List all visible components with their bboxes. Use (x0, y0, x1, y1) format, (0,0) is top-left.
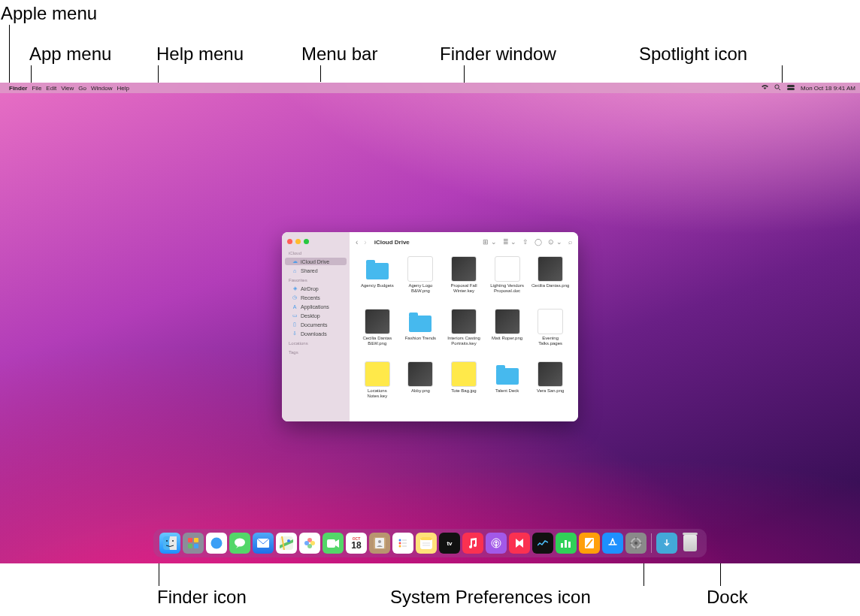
sidebar-item-shared[interactable]: ⌂ Shared (285, 267, 347, 274)
dock-facetime-icon[interactable] (322, 533, 344, 554)
file-label: Abby.png (411, 388, 430, 394)
wifi-icon[interactable] (762, 85, 768, 92)
file-item[interactable]: Tote Bag.jpg (444, 361, 484, 411)
sidebar-section-tags: Tags (282, 348, 350, 355)
dock-finder-icon[interactable] (159, 533, 180, 554)
close-button[interactable] (287, 239, 292, 244)
callout-dock: Dock (707, 587, 748, 608)
file-item[interactable]: Talent Deck (487, 361, 528, 411)
dock-notes-icon[interactable] (416, 533, 437, 554)
sidebar-item-label: Desktop (301, 313, 320, 319)
fullscreen-button[interactable] (304, 239, 309, 244)
menu-datetime[interactable]: Mon Oct 18 9:41 AM (801, 85, 855, 92)
dock-calendar-icon[interactable]: OCT18 (346, 533, 367, 554)
back-button[interactable]: ‹ (356, 238, 358, 246)
dock-maps-icon[interactable] (276, 533, 297, 554)
dock-system-preferences-icon[interactable] (625, 533, 647, 554)
dock-numbers-icon[interactable] (556, 533, 577, 554)
sidebar-item-label: Downloads (301, 331, 327, 337)
file-grid: Agency BudgetsAgeny Logo B&W.pngProposal… (350, 252, 578, 421)
sidebar-item-downloads[interactable]: ⇩ Downloads (285, 330, 347, 337)
spotlight-icon[interactable] (774, 84, 781, 92)
menu-bar: Finder File Edit View Go Window Help Mon… (0, 83, 860, 93)
dock-contacts-icon[interactable] (369, 533, 390, 554)
svg-point-29 (399, 539, 401, 542)
action-icon[interactable]: ⊙ ⌄ (548, 238, 562, 246)
dock-downloads-icon[interactable] (656, 533, 677, 554)
svg-point-5 (166, 540, 168, 542)
callout-finder-window: Finder window (440, 44, 556, 65)
control-center-icon[interactable] (787, 85, 795, 92)
menu-edit[interactable]: Edit (46, 85, 56, 92)
dock-pages-icon[interactable] (579, 533, 600, 554)
dock-photos-icon[interactable] (299, 533, 320, 554)
dock-messages-icon[interactable] (229, 533, 250, 554)
sidebar-item-airdrop[interactable]: ◈ AirDrop (285, 285, 347, 292)
menu-go[interactable]: Go (78, 85, 86, 92)
file-item[interactable]: Cecilia Dantas.png (530, 256, 571, 306)
file-item[interactable]: Abby.png (401, 361, 441, 411)
minimize-button[interactable] (295, 239, 301, 244)
dock-trash-icon[interactable] (680, 533, 701, 554)
airdrop-icon: ◈ (292, 285, 298, 291)
tag-icon[interactable]: ◯ (534, 238, 542, 246)
share-icon[interactable]: ⇧ (522, 238, 528, 246)
callout-line (9, 25, 10, 83)
folder-icon (407, 309, 433, 334)
dock-launchpad-icon[interactable] (183, 533, 204, 554)
file-item[interactable]: Evening Talks.pages (530, 309, 571, 358)
file-item[interactable]: Proposal Fall Winter.key (444, 256, 484, 306)
dock-stocks-icon[interactable] (532, 533, 553, 554)
menu-help[interactable]: Help (117, 85, 129, 92)
sidebar-item-label: Recents (301, 295, 320, 300)
app-menu[interactable]: Finder (9, 85, 27, 92)
window-title: iCloud Drive (374, 239, 410, 246)
forward-button[interactable]: › (364, 238, 366, 246)
file-item[interactable]: Agency Budgets (357, 256, 398, 306)
file-item[interactable]: Vera San.png (530, 361, 571, 411)
menu-view[interactable]: View (61, 85, 74, 92)
menu-file[interactable]: File (32, 85, 41, 92)
dock-mail-icon[interactable] (253, 533, 274, 554)
file-item[interactable]: Lighting Vendors Proposal.doc (487, 256, 528, 306)
file-item[interactable]: Cecilia Dantas B&W.png (357, 309, 398, 358)
yellow-icon (365, 361, 390, 387)
dock-appstore-icon[interactable] (602, 533, 623, 554)
file-item[interactable]: Matt Roper.png (487, 309, 528, 358)
sidebar-item-icloud-drive[interactable]: ☁ iCloud Drive (285, 258, 347, 265)
dock-tv-icon[interactable]: tv (439, 533, 460, 554)
menu-window[interactable]: Window (91, 85, 112, 92)
view-mode-icon[interactable]: ⊞ ⌄ (483, 238, 497, 246)
photo-icon (538, 361, 563, 387)
recents-icon: ◷ (292, 294, 298, 300)
dock-safari-icon[interactable] (206, 533, 227, 554)
callout-line (782, 65, 783, 83)
dock-reminders-icon[interactable] (392, 533, 413, 554)
callout-finder-icon: Finder icon (157, 587, 247, 608)
dock: OCT18 tv (153, 529, 707, 557)
file-item[interactable]: Fashion Trends (401, 309, 441, 358)
file-label: Interiors Casting Portraits.key (444, 336, 484, 346)
sidebar-item-documents[interactable]: ▯ Documents (285, 321, 347, 328)
cloud-icon: ☁ (292, 258, 298, 264)
svg-point-30 (399, 542, 401, 545)
sidebar-item-recents[interactable]: ◷ Recents (285, 294, 347, 301)
finder-window[interactable]: iCloud ☁ iCloud Drive ⌂ Shared Favorites… (282, 232, 578, 421)
search-icon[interactable]: ⌕ (568, 238, 572, 246)
file-label: Cecilia Dantas B&W.png (357, 336, 398, 346)
sidebar-section-icloud: iCloud (282, 249, 350, 256)
svg-point-48 (634, 542, 637, 545)
sidebar-item-applications[interactable]: A Applications (285, 303, 347, 310)
desktop[interactable]: Finder File Edit View Go Window Help Mon… (0, 83, 860, 563)
sidebar-item-desktop[interactable]: ▭ Desktop (285, 312, 347, 319)
svg-rect-7 (188, 538, 192, 542)
dock-news-icon[interactable] (509, 533, 530, 554)
file-item[interactable]: Interiors Casting Portraits.key (444, 309, 484, 358)
photo-icon (495, 309, 520, 334)
photo-icon (451, 256, 477, 282)
dock-podcasts-icon[interactable] (486, 533, 507, 554)
dock-music-icon[interactable] (462, 533, 483, 554)
group-icon[interactable]: ≣ ⌄ (503, 238, 517, 246)
file-item[interactable]: Locations Notes.key (357, 361, 398, 411)
file-item[interactable]: Ageny Logo B&W.png (401, 256, 441, 306)
